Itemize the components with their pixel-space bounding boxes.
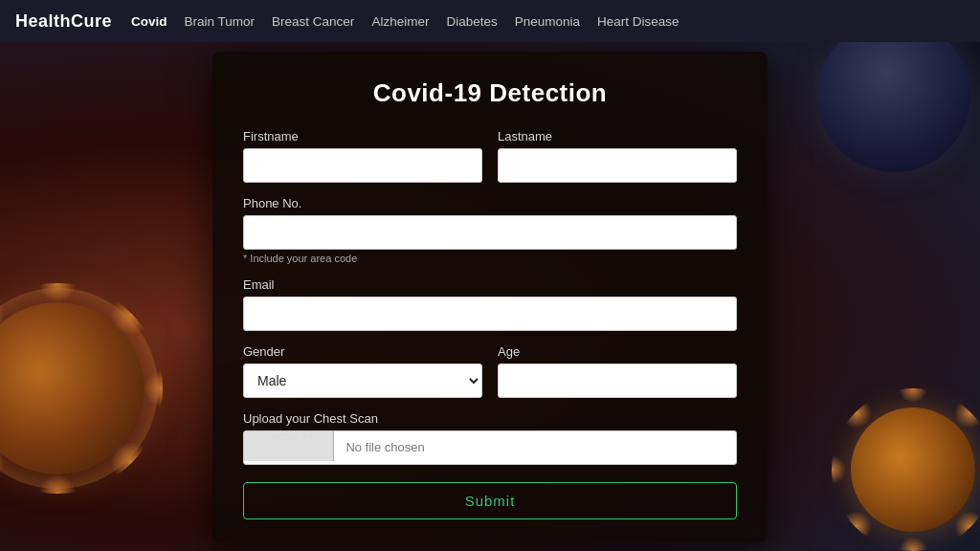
nav-heart-disease[interactable]: Heart Disease: [597, 14, 679, 29]
upload-label: Upload your Chest Scan: [243, 411, 737, 426]
gender-label: Gender: [243, 344, 482, 359]
upload-group: Upload your Chest Scan Choose File No fi…: [243, 411, 737, 465]
navbar: HealthCure Covid Brain Tumor Breast Canc…: [0, 0, 980, 42]
age-input[interactable]: [498, 364, 737, 398]
nav-breast-cancer[interactable]: Breast Cancer: [272, 14, 354, 29]
form-card: Covid-19 Detection Firstname Lastname Ph…: [212, 52, 768, 542]
gender-group: Gender Male Female Other: [243, 344, 482, 398]
phone-input[interactable]: [243, 215, 737, 250]
main-content: Covid-19 Detection Firstname Lastname Ph…: [0, 42, 980, 551]
submit-button[interactable]: Submit: [243, 482, 737, 519]
nav-covid[interactable]: Covid: [131, 14, 167, 29]
nav-alzheimer[interactable]: Alzheimer: [371, 14, 429, 29]
gender-select[interactable]: Male Female Other: [243, 364, 482, 398]
phone-hint: * Include your area code: [243, 253, 737, 264]
gender-age-row: Gender Male Female Other Age: [243, 344, 737, 398]
nav-diabetes[interactable]: Diabetes: [446, 14, 497, 29]
phone-group: Phone No. * Include your area code: [243, 196, 737, 264]
nav-brain-tumor[interactable]: Brain Tumor: [185, 14, 256, 29]
email-input[interactable]: [243, 297, 737, 331]
choose-file-button[interactable]: Choose File: [244, 430, 334, 462]
form-title: Covid-19 Detection: [243, 78, 737, 108]
phone-row: Phone No. * Include your area code: [243, 196, 737, 264]
age-label: Age: [498, 344, 737, 359]
email-group: Email: [243, 277, 737, 331]
phone-label: Phone No.: [243, 196, 737, 210]
firstname-input[interactable]: [243, 148, 482, 183]
firstname-group: Firstname: [243, 129, 482, 183]
brand-logo: HealthCure: [15, 11, 112, 32]
file-chosen-label: No file chosen: [334, 440, 435, 454]
name-row: Firstname Lastname: [243, 129, 737, 183]
firstname-label: Firstname: [243, 129, 482, 143]
nav-links: Covid Brain Tumor Breast Cancer Alzheime…: [131, 14, 679, 29]
lastname-input[interactable]: [498, 148, 737, 183]
email-row: Email: [243, 277, 737, 331]
lastname-label: Lastname: [498, 129, 737, 143]
email-label: Email: [243, 277, 737, 292]
lastname-group: Lastname: [498, 129, 737, 183]
file-input-wrapper: Choose File No file chosen: [243, 430, 737, 465]
nav-pneumonia[interactable]: Pneumonia: [515, 14, 580, 29]
age-group: Age: [498, 344, 737, 398]
